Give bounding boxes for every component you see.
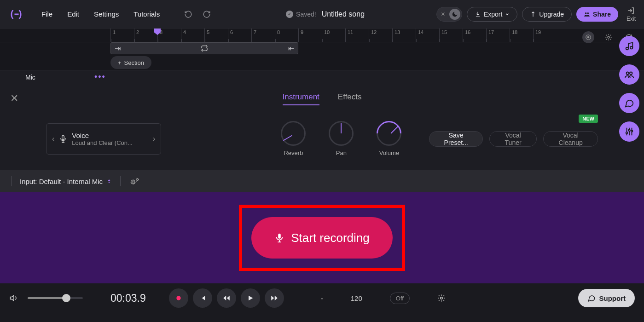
play-button[interactable] — [241, 288, 260, 308]
menu-settings[interactable]: Settings — [87, 6, 126, 22]
preset-subtitle: Loud and Clear (Con... — [72, 139, 148, 146]
play-icon — [247, 294, 254, 302]
vocal-tuner-button[interactable]: Vocal Tuner — [489, 131, 537, 147]
ruler-bar: 4 — [181, 29, 204, 42]
track-name: Mic — [25, 74, 94, 81]
record-dot-icon — [175, 294, 182, 302]
mic-icon — [59, 135, 67, 143]
menu-edit[interactable]: Edit — [60, 6, 87, 22]
time-signature[interactable]: - — [321, 294, 323, 302]
ruler-bar: 16 — [463, 29, 486, 42]
arrow-up-icon — [530, 11, 536, 17]
pan-label: Pan — [336, 150, 347, 156]
gear-waves-icon — [129, 176, 139, 186]
rail-collab-button[interactable] — [619, 64, 639, 85]
sort-icon — [106, 178, 112, 184]
timeline-ruler[interactable]: 1 2 3 4 5 6 7 8 9 10 11 12 13 14 15 16 1… — [0, 29, 644, 42]
input-row: Input: Default - Internal Mic — [0, 170, 644, 192]
mic-icon — [274, 232, 284, 244]
exit-button[interactable]: Exit — [627, 6, 636, 22]
gear-icon — [437, 294, 446, 302]
svg-point-9 — [132, 181, 135, 184]
upgrade-label: Upgrade — [539, 11, 564, 18]
timeline-settings-button[interactable] — [603, 31, 615, 43]
svg-point-4 — [587, 12, 589, 14]
svg-point-19 — [631, 130, 633, 132]
track-row[interactable]: Mic ••• — [0, 70, 644, 84]
chevron-down-icon — [505, 12, 510, 17]
new-badge: NEW — [579, 115, 598, 123]
rail-instruments-button[interactable] — [619, 36, 639, 56]
people-icon — [584, 11, 590, 17]
menu-tutorials[interactable]: Tutorials — [126, 6, 167, 22]
transport-settings-button[interactable] — [437, 294, 446, 302]
volume-knob[interactable] — [371, 116, 406, 151]
undo-button[interactable] — [181, 7, 196, 22]
sliders-icon — [624, 126, 634, 137]
svg-text:(: ( — [11, 8, 14, 19]
speaker-icon[interactable] — [9, 293, 18, 303]
save-preset-button[interactable]: Save Preset... — [429, 131, 483, 147]
chevron-left-icon[interactable]: ‹ — [52, 135, 54, 143]
svg-point-6 — [587, 36, 589, 38]
svg-point-11 — [176, 296, 180, 300]
side-rail — [619, 36, 639, 142]
menu-file[interactable]: File — [34, 6, 60, 22]
exit-label: Exit — [627, 16, 636, 22]
export-button[interactable]: Export — [467, 7, 517, 22]
redo-button[interactable] — [199, 7, 214, 22]
skip-start-button[interactable] — [193, 288, 212, 308]
record-button[interactable] — [169, 288, 188, 308]
upgrade-button[interactable]: Upgrade — [522, 7, 572, 22]
tab-effects[interactable]: Effects — [338, 92, 362, 105]
input-selector[interactable]: Input: Default - Internal Mic — [20, 178, 112, 185]
song-title[interactable]: Untitled song — [322, 10, 365, 18]
rewind-icon — [222, 294, 231, 302]
ruler-bar: 18 — [510, 29, 533, 42]
add-section-button[interactable]: + Section — [110, 56, 151, 69]
ruler-bar: 15 — [439, 29, 463, 42]
chat-icon — [624, 98, 634, 108]
preset-selector[interactable]: ‹ Voice Loud and Clear (Con... › — [46, 123, 161, 155]
app-header: () File Edit Settings Tutorials ✓ Saved!… — [0, 0, 644, 29]
ruler-bar: 12 — [369, 29, 392, 42]
gear-icon — [605, 34, 612, 41]
home-icon — [585, 34, 592, 40]
theme-toggle[interactable]: ☀ — [436, 7, 462, 22]
start-recording-label: Start recording — [291, 231, 370, 245]
share-label: Share — [593, 11, 611, 18]
loop-start-icon: ⇥ — [115, 44, 121, 53]
track-menu-button[interactable]: ••• — [94, 72, 106, 82]
bpm-display[interactable]: 120 — [351, 294, 362, 302]
rail-chat-button[interactable] — [619, 93, 639, 113]
loop-region[interactable]: ⇥ ⇤ — [110, 42, 298, 54]
add-section-label: Section — [124, 59, 144, 66]
tutorial-highlight: Start recording — [239, 205, 405, 271]
rewind-button[interactable] — [217, 288, 236, 308]
tab-instrument[interactable]: Instrument — [283, 92, 319, 105]
pan-knob[interactable] — [329, 121, 354, 146]
chevron-right-icon[interactable]: › — [153, 135, 155, 143]
support-button[interactable]: Support — [578, 289, 635, 307]
check-icon: ✓ — [286, 11, 293, 18]
fast-forward-button[interactable] — [265, 288, 284, 308]
plus-icon: + — [118, 59, 122, 66]
editor-close-button[interactable]: ✕ — [10, 92, 18, 104]
input-settings-button[interactable] — [129, 176, 139, 186]
saved-label: Saved! — [296, 11, 316, 18]
vocal-cleanup-button[interactable]: Vocal Cleanup — [543, 131, 598, 147]
section-row: + Section — [0, 56, 644, 70]
master-volume-slider[interactable] — [28, 297, 83, 299]
share-button[interactable]: Share — [576, 7, 618, 22]
saved-indicator: ✓ Saved! — [286, 11, 316, 18]
rail-mixer-button[interactable] — [619, 121, 639, 142]
reverb-knob[interactable] — [281, 121, 306, 146]
ruler-bar: 7 — [251, 29, 275, 42]
start-recording-button[interactable]: Start recording — [251, 217, 393, 259]
time-display: 00:03.9 — [110, 292, 146, 305]
svg-point-7 — [608, 36, 609, 38]
sun-icon: ☀ — [441, 11, 446, 17]
ruler-bar: 17 — [486, 29, 510, 42]
metronome-toggle[interactable]: Off — [390, 293, 410, 304]
timeline-home-button[interactable] — [582, 31, 594, 43]
